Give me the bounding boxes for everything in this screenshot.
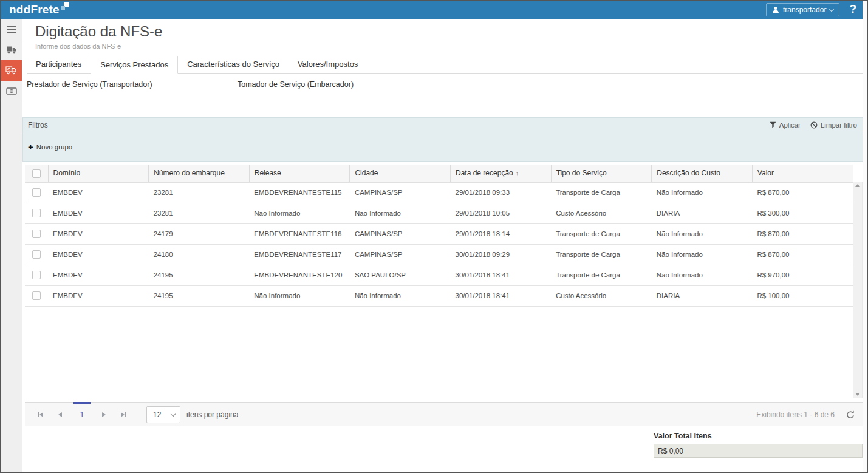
table-cell: EMBDEVRENANTESTE115 xyxy=(249,182,350,203)
sidebar-item-transport[interactable] xyxy=(1,39,22,60)
user-menu-label: transportador xyxy=(783,5,826,14)
table-row[interactable]: EMBDEV24179EMBDEVRENANTESTE116CAMPINAS/S… xyxy=(25,223,853,244)
pagination-bar: 1 12 itens por página Exibindo itens 1 -… xyxy=(25,402,863,426)
money-icon xyxy=(6,87,17,95)
plus-icon: + xyxy=(28,143,33,151)
total-items-input[interactable] xyxy=(654,444,863,458)
table-cell: SAO PAULO/SP xyxy=(350,265,451,285)
table-cell: Não Informado xyxy=(249,203,350,223)
sidebar-item-freight-entry[interactable] xyxy=(1,60,22,81)
column-header[interactable]: Tipo do Serviço xyxy=(551,165,652,182)
last-page-icon xyxy=(121,412,125,417)
filters-header: Filtros Aplicar Limpar filtro xyxy=(23,118,864,132)
row-checkbox[interactable] xyxy=(32,230,41,238)
page-title: Digitação da NFS-e xyxy=(35,23,867,39)
table-cell: 23281 xyxy=(149,203,250,223)
table-cell: R$ 300,00 xyxy=(752,203,853,223)
totals-section: Valor Total Itens xyxy=(22,432,867,458)
last-page-button[interactable] xyxy=(114,403,133,427)
services-table: DomínioNúmero do embarqueReleaseCidadeDa… xyxy=(25,165,853,307)
top-bar: nddFrete transportador ? xyxy=(1,1,867,19)
logo-squares-icon xyxy=(61,2,69,13)
table-row[interactable]: EMBDEV23281Não InformadoNão Informado29/… xyxy=(25,203,853,223)
page-subtitle: Informe dos dados da NFS-e xyxy=(35,43,867,50)
items-per-page-label: itens por página xyxy=(186,410,238,419)
table-cell: EMBDEV xyxy=(48,182,149,203)
table-cell: Custo Acessório xyxy=(551,285,652,306)
app-logo-text: nddFrete xyxy=(9,2,60,18)
next-page-button[interactable] xyxy=(94,403,114,427)
refresh-button[interactable] xyxy=(846,410,855,420)
table-cell: R$ 970,00 xyxy=(752,265,853,285)
app-logo[interactable]: nddFrete xyxy=(9,2,69,18)
new-group-button[interactable]: + Novo grupo xyxy=(28,143,72,151)
table-cell: Não Informado xyxy=(652,265,753,285)
sidebar-item-money[interactable] xyxy=(1,81,22,101)
table-row[interactable]: EMBDEV23281EMBDEVRENANTESTE115CAMPINAS/S… xyxy=(25,182,853,203)
table-row[interactable]: EMBDEV24195EMBDEVRENANTESTE120SAO PAULO/… xyxy=(25,265,853,285)
table-cell: Não Informado xyxy=(350,285,451,306)
table-cell: 30/01/2018 18:41 xyxy=(451,265,552,285)
column-header[interactable]: Release xyxy=(249,165,350,182)
table-cell: Não Informado xyxy=(350,203,451,223)
pager-right: Exibindo itens 1 - 6 de 6 xyxy=(756,410,855,420)
row-checkbox[interactable] xyxy=(32,250,41,259)
scroll-down-icon[interactable] xyxy=(855,393,860,396)
total-items-label: Valor Total Itens xyxy=(654,432,863,440)
table-cell: EMBDEVRENANTESTE117 xyxy=(249,244,350,265)
previous-page-button[interactable] xyxy=(50,403,70,427)
filters-body: + Novo grupo xyxy=(23,132,864,161)
row-checkbox[interactable] xyxy=(32,209,41,217)
page-header: Digitação da NFS-e Informe dos dados da … xyxy=(22,19,867,50)
table-cell: Não Informado xyxy=(652,223,753,244)
table-row[interactable]: EMBDEV24195Não InformadoNão Informado30/… xyxy=(25,285,853,306)
freight-entry-truck-icon xyxy=(5,66,17,75)
table-cell: CAMPINAS/SP xyxy=(350,182,451,203)
apply-filter-button[interactable]: Aplicar xyxy=(770,121,801,129)
table-cell: DIARIA xyxy=(652,285,753,306)
column-header[interactable]: Domínio xyxy=(48,165,149,182)
page-number-label: 1 xyxy=(80,410,84,419)
select-all-header[interactable] xyxy=(25,165,48,182)
new-group-label: Novo grupo xyxy=(36,143,72,151)
row-checkbox[interactable] xyxy=(32,291,41,300)
table-row[interactable]: EMBDEV24180EMBDEVRENANTESTE117CAMPINAS/S… xyxy=(25,244,853,265)
table-cell: 24195 xyxy=(149,285,250,306)
table-cell: Transporte de Carga xyxy=(551,223,652,244)
app-window: nddFrete transportador ? xyxy=(0,0,868,473)
column-header[interactable]: Descrição do Custo xyxy=(652,165,753,182)
tab-caracteristicas-do-servico[interactable]: Características do Serviço xyxy=(178,56,289,73)
user-menu-button[interactable]: transportador xyxy=(766,3,839,16)
page-number-button[interactable]: 1 xyxy=(70,403,94,427)
user-icon xyxy=(772,6,779,13)
select-all-checkbox[interactable] xyxy=(32,169,41,178)
table-cell: R$ 870,00 xyxy=(752,223,853,244)
row-checkbox[interactable] xyxy=(32,271,41,279)
page-size-dropdown[interactable]: 12 xyxy=(146,406,180,423)
column-header[interactable]: Valor xyxy=(752,165,853,182)
first-page-button[interactable] xyxy=(31,403,50,427)
tomador-label: Tomador de Serviço (Embarcador) xyxy=(238,80,354,89)
active-page-indicator xyxy=(73,402,91,404)
vertical-scrollbar[interactable] xyxy=(853,182,863,398)
scroll-up-icon[interactable] xyxy=(855,184,860,187)
tab-valores-impostos[interactable]: Valores/Impostos xyxy=(289,56,367,73)
table-cell: EMBDEV xyxy=(48,265,149,285)
tab-participantes[interactable]: Participantes xyxy=(27,56,91,73)
clear-filter-button[interactable]: Limpar filtro xyxy=(810,121,857,129)
column-header[interactable]: Cidade xyxy=(350,165,451,182)
table-cell: Custo Acessório xyxy=(551,203,652,223)
table-cell: Transporte de Carga xyxy=(551,244,652,265)
column-header[interactable]: Data de recepção↑ xyxy=(451,165,552,182)
table-cell: 23281 xyxy=(149,182,250,203)
truck-icon xyxy=(6,46,17,54)
table-cell: CAMPINAS/SP xyxy=(350,223,451,244)
help-button[interactable]: ? xyxy=(848,2,861,17)
table-cell: 30/01/2018 18:41 xyxy=(451,285,552,306)
table-cell: EMBDEV xyxy=(48,244,149,265)
tab-servicos-prestados[interactable]: Serviços Prestados xyxy=(91,56,178,74)
row-checkbox[interactable] xyxy=(32,188,41,197)
column-header[interactable]: Número do embarque xyxy=(149,165,250,182)
chevron-down-icon xyxy=(171,411,176,416)
sidebar-item-menu[interactable] xyxy=(1,19,22,39)
